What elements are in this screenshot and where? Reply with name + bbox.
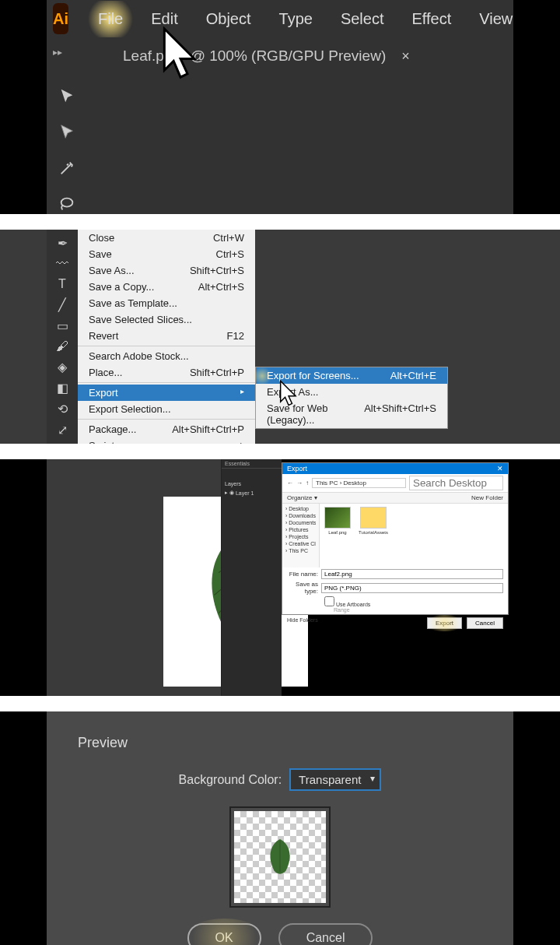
cancel-button[interactable]: Cancel — [278, 923, 373, 945]
ok-button[interactable]: OK — [187, 923, 261, 945]
menu-effect[interactable]: Effect — [397, 1, 465, 37]
back-icon[interactable]: ← — [287, 480, 293, 487]
layers-panel-tab[interactable]: Layers — [222, 480, 282, 488]
rotate-tool-icon[interactable]: ⟲ — [54, 402, 71, 416]
menu-item-search-adobe-stock[interactable]: Search Adobe Stock... — [78, 348, 255, 364]
menu-item-place[interactable]: Place...Shift+Ctrl+P — [78, 364, 255, 381]
bg-color-label: Background Color: — [179, 773, 282, 787]
sidebar-item-pictures[interactable]: › Pictures — [285, 526, 316, 533]
saveastype-label: Save as type: — [287, 581, 321, 595]
brush-tool-icon[interactable]: 🖌 — [54, 339, 71, 353]
sidebar-item-desktop[interactable]: › Desktop — [285, 505, 316, 512]
menu-type[interactable]: Type — [265, 1, 327, 37]
menu-item-save[interactable]: SaveCtrl+S — [78, 246, 255, 262]
menu-item-save-a-copy[interactable]: Save a Copy...Alt+Ctrl+S — [78, 279, 255, 295]
leaf-thumbnail — [264, 838, 296, 876]
direct-selection-tool-icon[interactable] — [56, 121, 78, 143]
up-icon[interactable]: ↑ — [306, 480, 309, 487]
panel-expand-icon[interactable]: ▸▸ — [47, 44, 68, 61]
menu-select[interactable]: Select — [327, 1, 398, 37]
cancel-button[interactable]: Cancel — [467, 617, 503, 629]
bg-color-select[interactable]: Transparent — [289, 768, 381, 791]
menu-item-package[interactable]: Package...Alt+Shift+Ctrl+P — [78, 421, 255, 437]
submenu-item-export-for-screens[interactable]: Export for Screens...Alt+Ctrl+E — [256, 367, 447, 384]
close-icon[interactable]: ✕ — [497, 465, 503, 472]
filename-input[interactable] — [321, 569, 503, 579]
hide-folders-link[interactable]: Hide Folders — [287, 617, 318, 629]
sidebar-item-downloads[interactable]: › Downloads — [285, 512, 316, 519]
panel-export-submenu: ✒ 〰 T ╱ ▭ 🖌 ◈ ◧ ⟲ ⤢ ⇔ ✦ ◉ CloseCtrl+WSav… — [0, 230, 560, 444]
sidebar-item-documents[interactable]: › Documents — [285, 519, 316, 526]
rectangle-tool-icon[interactable]: ▭ — [54, 318, 71, 333]
preview-box — [229, 806, 331, 908]
menu-file[interactable]: File — [84, 1, 137, 37]
layer-row[interactable]: ▸ ◉ Layer 1 — [222, 488, 282, 497]
app-logo: Ai — [53, 3, 68, 34]
line-tool-icon[interactable]: ╱ — [54, 297, 71, 312]
shaper-tool-icon[interactable]: ◈ — [54, 360, 71, 374]
tab-bar: Leaf.png* @ 100% (RGB/GPU Preview) × — [47, 37, 513, 75]
preview-heading: Preview — [78, 735, 482, 751]
file-menu-dropdown: CloseCtrl+WSaveCtrl+SSave As...Shift+Ctr… — [78, 230, 255, 444]
search-input[interactable] — [409, 476, 503, 490]
filename-label: File name: — [287, 571, 321, 578]
sidebar-item-this-pc[interactable]: › This PC — [285, 547, 316, 554]
tab-title: Leaf.png* @ 100% (RGB/GPU Preview) — [123, 47, 386, 65]
dialog-title: Export — [287, 465, 307, 472]
dialog-titlebar: Export ✕ — [282, 463, 508, 474]
menu-item-save-selected-slices[interactable]: Save Selected Slices... — [78, 311, 255, 328]
document-tab[interactable]: Leaf.png* @ 100% (RGB/GPU Preview) × — [112, 41, 421, 71]
menu-item-close[interactable]: CloseCtrl+W — [78, 230, 255, 246]
use-artboards-checkbox[interactable] — [324, 596, 334, 606]
menu-item-export-selection[interactable]: Export Selection... — [78, 401, 255, 417]
tools-panel: ✒ 〰 T ╱ ▭ 🖌 ◈ ◧ ⟲ ⤢ ⇔ ✦ ◉ — [47, 230, 78, 444]
panel-preview-dialog: Preview Background Color: Transparent OK… — [0, 711, 560, 945]
export-button[interactable]: Export — [427, 617, 462, 629]
workspace-label[interactable]: Essentials — [222, 459, 282, 469]
menu-item-save-as-template[interactable]: Save as Template... — [78, 295, 255, 311]
close-icon[interactable]: × — [401, 48, 410, 65]
file-list: Leaf.pngTutorialAssets — [320, 504, 508, 567]
menu-item-revert[interactable]: RevertF12 — [78, 328, 255, 344]
png-options-dialog: Preview Background Color: Transparent OK… — [47, 711, 513, 945]
saveastype-select[interactable] — [321, 583, 503, 593]
selection-tool-icon[interactable] — [56, 86, 78, 107]
menu-object[interactable]: Object — [192, 1, 265, 37]
export-dialog: Export ✕ ← → ↑ This PC › Desktop Organiz… — [282, 462, 509, 615]
file-tutorialassets[interactable]: TutorialAssets — [359, 507, 388, 535]
curvature-tool-icon[interactable]: 〰 — [54, 257, 71, 271]
path-text[interactable]: This PC › Desktop — [312, 478, 406, 488]
new-folder-button[interactable]: New Folder — [471, 494, 503, 501]
sidebar-item-creative-cloud-fi[interactable]: › Creative Cloud Fi — [285, 540, 316, 547]
magic-wand-tool-icon[interactable] — [56, 157, 78, 179]
submenu-item-export-as[interactable]: Export As... — [256, 384, 447, 400]
menu-edit[interactable]: Edit — [137, 1, 191, 37]
eraser-tool-icon[interactable]: ◧ — [54, 381, 71, 395]
lasso-tool-icon[interactable] — [56, 193, 78, 214]
right-panels: Essentials Layers ▸ ◉ Layer 1 — [221, 459, 282, 696]
menubar: Ai FileEditObjectTypeSelectEffectView — [47, 0, 513, 37]
type-tool-icon[interactable]: T — [54, 277, 71, 291]
export-submenu: Export for Screens...Alt+Ctrl+EExport As… — [255, 367, 448, 429]
menu-item-scripts[interactable]: Scripts▸ — [78, 437, 255, 444]
dialog-sidebar: › Desktop› Downloads› Documents› Picture… — [282, 504, 320, 567]
forward-icon[interactable]: → — [296, 480, 303, 487]
path-bar: ← → ↑ This PC › Desktop — [282, 474, 508, 493]
menu-view[interactable]: View — [465, 1, 527, 37]
panel-export-dialog: Essentials Layers ▸ ◉ Layer 1 Export ✕ ←… — [0, 459, 560, 696]
tools-panel — [47, 75, 87, 214]
pen-tool-icon[interactable]: ✒ — [54, 236, 71, 251]
panel-file-menu: Ai FileEditObjectTypeSelectEffectView ▸▸… — [0, 0, 560, 214]
menu-item-save-as[interactable]: Save As...Shift+Ctrl+S — [78, 262, 255, 279]
submenu-item-save-for-web-legacy[interactable]: Save for Web (Legacy)...Alt+Shift+Ctrl+S — [256, 400, 447, 428]
menu-item-export[interactable]: Export▸ — [78, 385, 255, 401]
scale-tool-icon[interactable]: ⤢ — [54, 423, 71, 437]
svg-point-0 — [61, 198, 73, 207]
sidebar-item-projects[interactable]: › Projects — [285, 533, 316, 540]
file-leaf-png[interactable]: Leaf.png — [323, 507, 352, 535]
organize-button[interactable]: Organize ▾ — [287, 494, 317, 501]
